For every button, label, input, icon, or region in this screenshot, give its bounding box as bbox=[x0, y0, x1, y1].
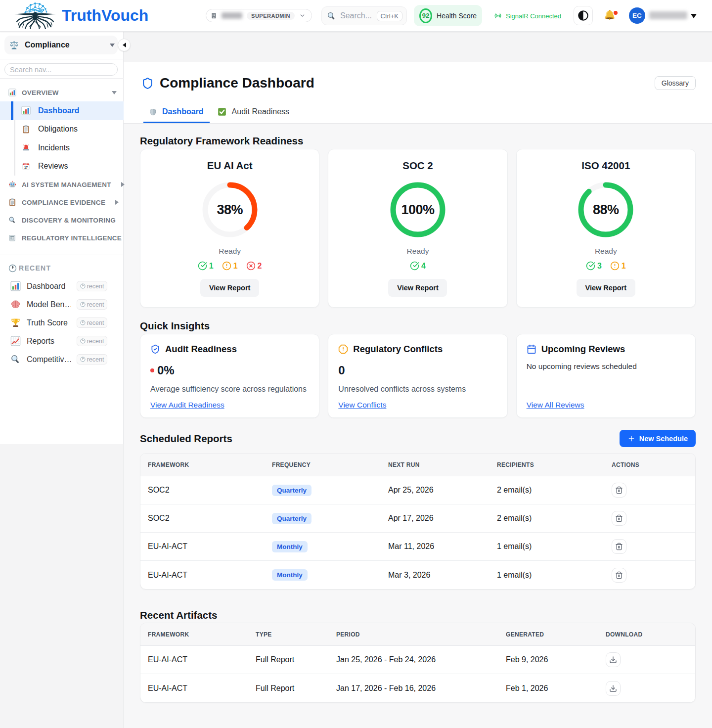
sidebar-item-label: Reviews bbox=[38, 162, 68, 171]
insight-link[interactable]: View All Reviews bbox=[527, 401, 584, 410]
column-header: DOWNLOAD bbox=[598, 623, 695, 646]
cell-period: Jan 25, 2026 - Feb 24, 2026 bbox=[329, 646, 498, 674]
nav-group: Dashboard Obligations Incidents July17 R… bbox=[0, 101, 124, 176]
shield-icon bbox=[141, 77, 154, 90]
building-icon bbox=[211, 12, 217, 19]
view-report-button[interactable]: View Report bbox=[200, 279, 259, 297]
contrast-icon bbox=[578, 10, 589, 21]
sidebar-nav: OVERVIEW Dashboard Obligations Incidents… bbox=[0, 84, 124, 247]
user-menu-caret-icon[interactable] bbox=[691, 14, 697, 18]
view-report-button[interactable]: View Report bbox=[388, 279, 447, 297]
svg-text:July: July bbox=[24, 163, 27, 165]
nav-section-label: DISCOVERY & MONITORING bbox=[22, 217, 116, 224]
nav-section-overview[interactable]: OVERVIEW bbox=[0, 84, 124, 101]
nav-section-label: OVERVIEW bbox=[22, 89, 106, 96]
brand[interactable]: TruthVouch bbox=[13, 1, 148, 29]
nav-section-discovery-monitoring[interactable]: DISCOVERY & MONITORING bbox=[0, 211, 124, 229]
readiness-percent: 38% bbox=[202, 182, 258, 237]
cell-frequency: Monthly bbox=[265, 533, 381, 561]
recent-item-competitiv-[interactable]: Competitiv… recent bbox=[0, 350, 124, 368]
sidebar-item-reviews[interactable]: July17 Reviews bbox=[0, 157, 124, 176]
schedule-row: SOC2 Quarterly Apr 17, 2026 2 email(s) bbox=[140, 504, 695, 533]
caret-right-icon bbox=[115, 200, 119, 205]
workspace-selector[interactable]: Compliance bbox=[4, 36, 118, 54]
delete-button[interactable] bbox=[612, 539, 626, 554]
new-schedule-button[interactable]: New Schedule bbox=[620, 430, 696, 447]
main-area: Compliance Dashboard Glossary Dashboard … bbox=[124, 32, 712, 728]
sidebar-item-obligations[interactable]: Obligations bbox=[0, 120, 124, 139]
theme-toggle-button[interactable] bbox=[574, 6, 593, 25]
cell-actions bbox=[604, 504, 695, 533]
insight-title: Audit Readiness bbox=[165, 344, 237, 355]
cell-download bbox=[598, 646, 695, 674]
recent-item-reports[interactable]: Reports recent bbox=[0, 332, 124, 350]
nav-section-compliance-evidence[interactable]: COMPLIANCE EVIDENCE bbox=[0, 193, 124, 211]
framework-name: ISO 42001 bbox=[581, 160, 630, 172]
count-warn: 1 bbox=[222, 261, 238, 271]
avatar[interactable]: EC bbox=[629, 7, 645, 24]
alert-octagon-icon bbox=[338, 344, 348, 354]
tab-audit-readiness[interactable]: Audit Readiness bbox=[212, 101, 296, 123]
view-report-button[interactable]: View Report bbox=[577, 279, 635, 297]
health-score-pill[interactable]: 92 Health Score bbox=[414, 5, 482, 26]
schedule-row: EU-AI-ACT Monthly Mar 3, 2026 1 email(s) bbox=[140, 561, 695, 589]
cell-recipients: 2 email(s) bbox=[490, 476, 604, 504]
recent-item-dashboard[interactable]: Dashboard recent bbox=[0, 277, 124, 295]
sidebar-collapse-button[interactable] bbox=[118, 39, 131, 51]
search-icon bbox=[327, 11, 336, 21]
cell-download bbox=[598, 674, 695, 702]
recent-label: RECENT bbox=[19, 264, 51, 272]
tab-dashboard[interactable]: Dashboard bbox=[143, 101, 210, 123]
delete-button[interactable] bbox=[612, 568, 626, 583]
nav-search-input[interactable]: Search nav... bbox=[4, 63, 118, 76]
nav-section-regulatory-intelligence[interactable]: REGULATORY INTELLIGENCE bbox=[0, 229, 124, 247]
delete-button[interactable] bbox=[612, 483, 626, 498]
global-search[interactable]: Search... Ctrl+K bbox=[321, 6, 407, 25]
readiness-donut: 100% bbox=[390, 182, 445, 237]
nav-section-label: AI SYSTEM MANAGEMENT bbox=[22, 181, 111, 188]
org-selector[interactable]: SUPERADMIN bbox=[206, 9, 312, 22]
cell-frequency: Quarterly bbox=[265, 476, 381, 504]
artifact-row: EU-AI-ACT Full Report Jan 25, 2026 - Feb… bbox=[140, 646, 695, 674]
sidebar-item-label: Dashboard bbox=[38, 106, 80, 115]
insight-description: Average sufficiency score across regulat… bbox=[150, 385, 309, 394]
framework-status: Ready bbox=[407, 247, 429, 256]
nav-section-ai-system-management[interactable]: AI SYSTEM MANAGEMENT bbox=[0, 176, 124, 193]
recent-item-truth-score[interactable]: Truth Score recent bbox=[0, 314, 124, 332]
caret-down-icon bbox=[112, 91, 117, 94]
frameworks-section-title: Regulatory Framework Readiness bbox=[140, 136, 696, 146]
cell-recipients: 1 email(s) bbox=[490, 533, 604, 561]
recent-item-model-ben-[interactable]: Model Ben… recent bbox=[0, 295, 124, 314]
download-button[interactable] bbox=[606, 652, 621, 667]
notifications-button[interactable] bbox=[603, 9, 616, 21]
download-button[interactable] bbox=[606, 681, 621, 696]
count-ok: 3 bbox=[586, 261, 602, 271]
framework-counts: 31 bbox=[586, 261, 626, 271]
insight-value: 0 bbox=[338, 364, 497, 377]
page-header: Compliance Dashboard Glossary Dashboard … bbox=[124, 62, 712, 124]
nav-section-label: COMPLIANCE EVIDENCE bbox=[22, 199, 105, 206]
insight-link[interactable]: View Conflicts bbox=[338, 401, 386, 410]
recent-badge: recent bbox=[77, 336, 107, 346]
insight-empty-text: No upcoming reviews scheduled bbox=[527, 362, 685, 371]
caret-down-icon bbox=[110, 44, 115, 47]
scroll-gap bbox=[124, 32, 712, 62]
sidebar-item-incidents[interactable]: Incidents bbox=[0, 138, 124, 157]
count-ok: 1 bbox=[198, 261, 214, 271]
insight-description: Unresolved conflicts across systems bbox=[338, 385, 497, 394]
sidebar-item-dashboard[interactable]: Dashboard bbox=[0, 101, 124, 120]
trash-icon bbox=[615, 571, 623, 579]
brain-icon bbox=[10, 299, 21, 310]
insight-link[interactable]: View Audit Readiness bbox=[150, 401, 224, 410]
readiness-percent: 100% bbox=[390, 182, 445, 237]
recent-badge: recent bbox=[77, 281, 107, 291]
page-content: Regulatory Framework Readiness EU AI Act… bbox=[140, 124, 696, 703]
plus-icon bbox=[627, 435, 635, 443]
delete-button[interactable] bbox=[612, 511, 626, 526]
glossary-button[interactable]: Glossary bbox=[655, 76, 696, 90]
cell-frequency: Quarterly bbox=[265, 504, 381, 533]
cell-framework: EU-AI-ACT bbox=[140, 646, 248, 674]
clipboard-icon bbox=[21, 125, 31, 134]
readiness-donut: 88% bbox=[578, 182, 633, 237]
tabs: Dashboard Audit Readiness bbox=[143, 101, 295, 123]
